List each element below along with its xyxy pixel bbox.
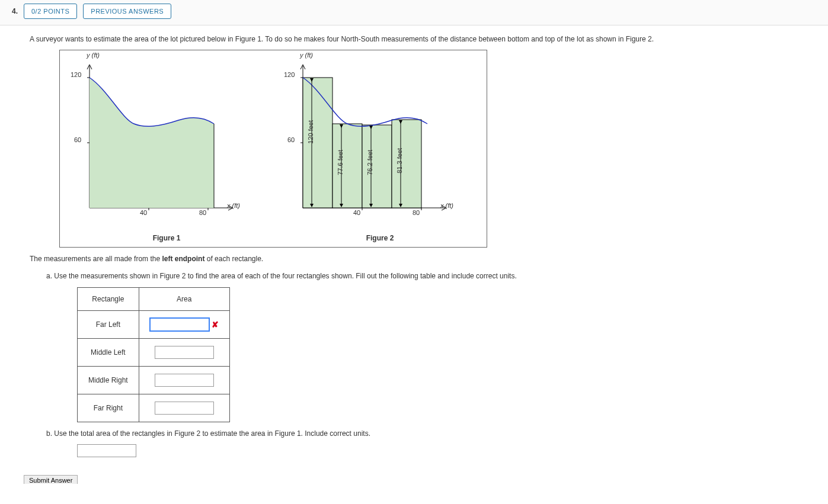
figure-2: y (ft) [273, 50, 487, 247]
row-label-middle-right: Middle Right [78, 366, 139, 394]
fig1-x-axis-label: x (ft) [227, 202, 240, 209]
area-input-far-left[interactable] [150, 318, 209, 331]
question-number: 4. [6, 7, 18, 15]
fig2-bar-label-1: 77.6 feet [337, 150, 344, 175]
area-input-middle-right[interactable] [155, 374, 214, 387]
question-body: A surveyor wants to estimate the area of… [0, 25, 828, 475]
fig2-ytick-60: 60 [287, 136, 295, 143]
fig1-xtick-80: 80 [199, 209, 206, 216]
area-input-middle-left[interactable] [155, 346, 214, 359]
previous-answers-button[interactable]: PREVIOUS ANSWERS [83, 4, 171, 19]
fig2-xtick-40: 40 [353, 209, 360, 216]
row-label-far-right: Far Right [78, 394, 139, 422]
fig2-ytick-120: 120 [284, 71, 295, 78]
fig1-plot [66, 54, 261, 220]
points-pill[interactable]: 0/2 POINTS [24, 4, 77, 19]
fig2-xtick-80: 80 [413, 209, 420, 216]
fig1-xtick-40: 40 [140, 209, 147, 216]
note-bold: left endpoint [162, 255, 204, 263]
row-label-middle-left: Middle Left [78, 338, 139, 366]
figure-1: y (ft) 120 [60, 50, 273, 247]
fig2-bar-label-3: 81.3 feet [396, 148, 403, 174]
fig1-ytick-120: 120 [71, 71, 81, 78]
table-header-rectangle: Rectangle [78, 287, 139, 310]
wrong-icon: ✘ [212, 320, 219, 329]
table-row: Far Right [78, 394, 230, 422]
answer-table: Rectangle Area Far Left ✘ Middle Left Mi… [77, 287, 230, 422]
note-suffix: of each rectangle. [204, 255, 263, 263]
note-text: The measurements are all made from the l… [30, 253, 822, 265]
area-input-far-right[interactable] [155, 402, 214, 415]
part-a-text: a. Use the measurements shown in Figure … [46, 271, 822, 282]
table-row: Far Left ✘ [78, 310, 230, 338]
fig1-ytick-60: 60 [74, 136, 81, 143]
row-label-far-left: Far Left [78, 310, 139, 338]
total-area-input[interactable] [77, 444, 136, 457]
note-prefix: The measurements are all made from the [30, 255, 162, 263]
part-b-text: b. Use the total area of the rectangles … [46, 428, 822, 439]
question-header: 4. 0/2 POINTS PREVIOUS ANSWERS [0, 0, 828, 25]
fig2-x-axis-label: x (ft) [440, 202, 453, 209]
fig1-y-axis-label: y (ft) [87, 52, 100, 59]
fig2-bar-label-0: 120 feet [307, 120, 314, 144]
table-header-area: Area [139, 287, 229, 310]
fig2-caption: Figure 2 [279, 234, 481, 242]
figures-container: y (ft) 120 [59, 50, 487, 248]
submit-answer-button[interactable]: Submit Answer [24, 475, 78, 484]
fig2-y-axis-label: y (ft) [300, 52, 313, 59]
fig1-caption: Figure 1 [66, 234, 267, 242]
table-row: Middle Left [78, 338, 230, 366]
table-row: Middle Right [78, 366, 230, 394]
fig2-bar-label-2: 76.2 feet [366, 150, 373, 175]
prompt-text: A surveyor wants to estimate the area of… [30, 34, 822, 45]
